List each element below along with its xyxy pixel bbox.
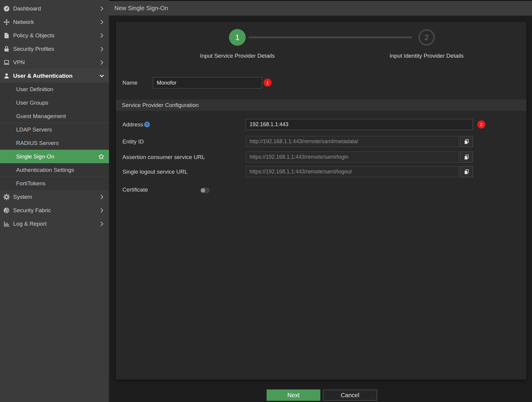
sidebar-item-vpn[interactable]: VPN (0, 56, 109, 69)
gauge-icon (3, 5, 10, 12)
page-header: New Single Sign-On (109, 1, 532, 16)
sidebar-item-ldap-servers[interactable]: LDAP Servers (0, 123, 109, 136)
sidebar-item-label: FortiTokens (16, 180, 105, 187)
sidebar-item-label: Dashboard (13, 5, 99, 12)
sidebar-item-log-report[interactable]: Log & Report (0, 217, 109, 230)
address-label: Address? (122, 119, 150, 130)
sidebar-item-authentication-settings[interactable]: Authentication Settings (0, 163, 109, 177)
error-badge-2: 2 (477, 120, 485, 129)
chevron-right-icon (99, 6, 105, 12)
copy-icon (464, 139, 470, 145)
wizard-step-1: 1 (229, 29, 246, 46)
sidebar-item-label: User Definition (16, 86, 105, 93)
sidebar-item-network[interactable]: Network (0, 15, 109, 29)
move-icon (3, 19, 10, 26)
sidebar-item-label: Security Profiles (13, 46, 99, 52)
copy-icon (464, 169, 470, 175)
sidebar-item-label: User & Authentication (13, 73, 99, 79)
sidebar-item-label: Policy & Objects (13, 32, 99, 39)
sidebar-item-label: User Groups (16, 100, 105, 106)
name-input[interactable] (153, 77, 262, 88)
entity-id-label: Entity ID (122, 136, 144, 147)
wizard-step-2: 2 (418, 29, 435, 46)
acs-url-input (246, 152, 459, 163)
name-label: Name (122, 77, 138, 88)
slo-url-label: Single logout service URL (122, 166, 188, 177)
sidebar-item-user-groups[interactable]: User Groups (0, 96, 109, 109)
lock-icon (3, 45, 10, 53)
sidebar-item-user-definition[interactable]: User Definition (0, 82, 109, 96)
next-button[interactable]: Next (267, 389, 320, 401)
sidebar-group-user-authentication: User & Authentication User Definition Us… (0, 69, 109, 190)
sidebar-item-security-fabric[interactable]: Security Fabric (0, 204, 109, 217)
question-mark-icon[interactable]: ? (144, 122, 150, 127)
error-badge-1: 1 (264, 79, 272, 87)
slo-url-input (246, 166, 459, 177)
wizard-progress-track (248, 36, 412, 38)
sidebar-item-security-profiles[interactable]: Security Profiles (0, 42, 109, 56)
sidebar-item-user-authentication[interactable]: User & Authentication (0, 69, 109, 82)
copy-icon (464, 154, 470, 160)
sidebar-item-label: RADIUS Servers (16, 140, 105, 146)
certificate-label: Certificate (122, 184, 148, 195)
sidebar-item-label: Guest Management (16, 113, 105, 120)
chevron-right-icon (99, 46, 105, 52)
sidebar-item-dashboard[interactable]: Dashboard (0, 2, 109, 15)
copy-slo-url-button[interactable] (460, 166, 473, 177)
sidebar-item-radius-servers[interactable]: RADIUS Servers (0, 136, 109, 150)
sidebar-item-single-sign-on[interactable]: Single Sign-On (0, 150, 109, 163)
sidebar-item-label: Log & Report (13, 221, 99, 227)
address-input[interactable] (246, 119, 473, 130)
chevron-right-icon (99, 207, 105, 213)
toggle-knob-icon (201, 188, 205, 192)
chevron-down-icon (99, 73, 105, 79)
sidebar-item-label: LDAP Servers (16, 126, 105, 133)
user-icon (3, 72, 10, 80)
acs-url-label: Assertion consumer service URL (122, 152, 205, 163)
sidebar: Dashboard Network Policy & Objects Secur… (0, 0, 109, 402)
sidebar-item-fortitokens[interactable]: FortiTokens (0, 177, 109, 190)
chevron-right-icon (99, 194, 105, 200)
content-panel: 1 2 Input Service Provider Details Input… (116, 22, 526, 380)
sidebar-item-label: Authentication Settings (16, 167, 105, 173)
star-icon[interactable] (98, 153, 105, 160)
copy-entity-id-button[interactable] (460, 136, 473, 147)
chevron-right-icon (99, 33, 105, 39)
chevron-right-icon (99, 19, 105, 25)
chevron-right-icon (99, 59, 105, 65)
entity-id-input (246, 136, 459, 147)
sidebar-item-guest-management[interactable]: Guest Management (0, 109, 109, 123)
copy-acs-url-button[interactable] (460, 152, 473, 163)
sidebar-item-label: Network (13, 19, 99, 25)
sidebar-item-label: Single Sign-On (16, 153, 98, 160)
bar-chart-icon (3, 220, 10, 227)
chevron-right-icon (99, 221, 105, 227)
wizard-step-1-label: Input Service Provider Details (163, 53, 312, 59)
sidebar-item-policy-objects[interactable]: Policy & Objects (0, 29, 109, 42)
certificate-toggle[interactable] (200, 188, 210, 193)
sidebar-nav: Dashboard Network Policy & Objects Secur… (0, 0, 109, 230)
sidebar-item-system[interactable]: System (0, 190, 109, 204)
cancel-button[interactable]: Cancel (323, 390, 377, 401)
fabric-icon (3, 207, 10, 214)
page-title: New Single Sign-On (114, 5, 168, 12)
monitor-icon (3, 59, 10, 66)
sidebar-item-label: System (13, 194, 99, 200)
gear-icon (3, 193, 10, 201)
sidebar-item-label: Security Fabric (13, 207, 99, 214)
sidebar-item-label: VPN (13, 59, 99, 66)
section-header-service-provider: Service Provider Configuration (116, 100, 526, 111)
document-icon (3, 32, 10, 39)
wizard-step-2-label: Input Identity Provider Details (352, 53, 501, 59)
